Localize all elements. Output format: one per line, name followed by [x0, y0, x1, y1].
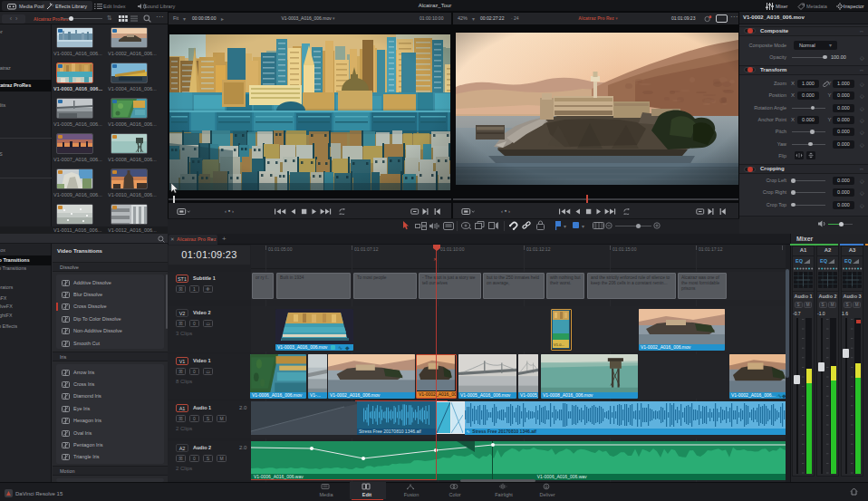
svg-text:V1-0...: V1-0...: [554, 342, 564, 347]
